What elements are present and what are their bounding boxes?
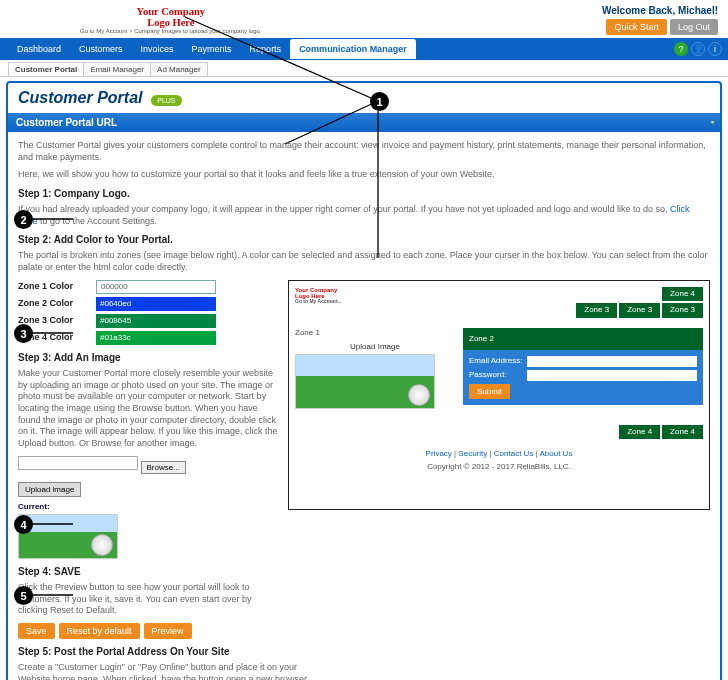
intro-1: The Customer Portal gives your customers… [18, 140, 710, 163]
preview-upload-label: Upload Image [295, 342, 455, 352]
preview-zone3-tab: Zone 3 [619, 303, 660, 317]
preview-footer-links: Privacy | Security | Contact Us | About … [295, 449, 703, 459]
step1-title: Step 1: Company Logo. [18, 187, 710, 200]
reset-button[interactable]: Reset by default [59, 623, 140, 639]
preview-link-security[interactable]: Security [458, 449, 487, 458]
nav-customers[interactable]: Customers [70, 39, 132, 59]
zone2-color-swatch[interactable]: #0640ed [96, 297, 216, 311]
welcome-text: Welcome Back, Michael! [602, 5, 718, 16]
zone3-color-swatch[interactable]: #008645 [96, 314, 216, 328]
company-logo-placeholder: Your Company Logo Here Go to My Account … [80, 6, 262, 35]
browse-button[interactable]: Browse... [141, 461, 186, 474]
section-header: Customer Portal URL ▪ [8, 113, 720, 132]
step1-text-1: If you had already uploaded your company… [18, 204, 670, 214]
preview-password-input[interactable] [527, 370, 697, 381]
page-title: Customer Portal [18, 89, 142, 107]
subtab-email-manager[interactable]: Email Manager [83, 62, 151, 76]
plus-badge: PLUS [151, 95, 181, 106]
step5-title: Step 5: Post the Portal Address On Your … [18, 645, 710, 658]
upload-image-button[interactable]: Upload image [18, 482, 81, 497]
preview-zone3-tab: Zone 3 [576, 303, 617, 317]
nav-invoices[interactable]: Invoices [132, 39, 183, 59]
step4-title: Step 4: SAVE [18, 565, 710, 578]
zone1-color-input[interactable] [96, 280, 216, 294]
preview-zone4-tab: Zone 4 [619, 425, 660, 439]
save-button[interactable]: Save [18, 623, 55, 639]
zone4-label: Zone 4 Color [18, 332, 90, 344]
preview-button[interactable]: Preview [144, 623, 192, 639]
main-nav: Dashboard Customers Invoices Payments Re… [0, 38, 728, 60]
portal-preview: Your CompanyLogo Here Go to My Account..… [288, 280, 710, 510]
step3-text: Make your Customer Portal more closely r… [18, 368, 278, 450]
collapse-icon[interactable]: ▪ [711, 117, 714, 127]
intro-2: Here, we will show you how to customize … [18, 169, 710, 181]
step2-text: The portal is broken into zones (see ima… [18, 250, 710, 273]
info-icon[interactable]: i [708, 42, 722, 56]
nav-payments[interactable]: Payments [183, 39, 241, 59]
preview-submit-button[interactable]: Submit [469, 384, 510, 399]
subtab-ad-manager[interactable]: Ad Manager [150, 62, 208, 76]
logo-subtext: Go to My Account > Company Images to upl… [80, 28, 262, 35]
nav-communication-manager[interactable]: Communication Manager [290, 39, 416, 59]
logo-text-2: Logo Here [80, 17, 262, 28]
quick-start-button[interactable]: Quick Start [606, 19, 667, 35]
subtab-customer-portal[interactable]: Customer Portal [8, 62, 84, 76]
current-label: Current: [18, 502, 278, 512]
preview-link-about[interactable]: About Us [539, 449, 572, 458]
preview-zone4-tab: Zone 4 [662, 425, 703, 439]
step1-text-2: to go to the Account Settings. [40, 216, 157, 226]
help-icon[interactable]: ? [674, 42, 688, 56]
zone4-color-swatch[interactable]: #01a33c [96, 331, 216, 345]
zone3-label: Zone 3 Color [18, 315, 90, 327]
step1-text: If you had already uploaded your company… [18, 204, 710, 227]
preview-zone3-tab: Zone 3 [662, 303, 703, 317]
preview-zone2: Zone 2 [463, 328, 703, 350]
preview-link-contact[interactable]: Contact Us [494, 449, 534, 458]
preview-login-form: Email Address: Password: Submit [463, 350, 703, 405]
step2-title: Step 2: Add Color to Your Portal. [18, 233, 710, 246]
step3-title: Step 3: Add An Image [18, 351, 278, 364]
preview-email-label: Email Address: [469, 356, 524, 366]
preview-zone4-top: Zone 4 [662, 287, 703, 301]
logout-button[interactable]: Log Out [670, 19, 718, 35]
zone2-label: Zone 2 Color [18, 298, 90, 310]
user-icon[interactable]: 👤 [691, 42, 705, 56]
nav-reports[interactable]: Reports [241, 39, 291, 59]
preview-link-privacy[interactable]: Privacy [426, 449, 452, 458]
current-image-thumb [18, 514, 118, 559]
step5-text: Create a "Customer Login" or "Pay Online… [18, 662, 318, 680]
logo-text-1: Your Company [80, 6, 262, 17]
step4-text: Click the Preview button to see how your… [18, 582, 278, 617]
zone1-label: Zone 1 Color [18, 281, 90, 293]
preview-zone1-label: Zone 1 [295, 328, 455, 338]
preview-copyright: Copyright © 2012 - 2017 ReliaBills, LLC. [295, 462, 703, 472]
preview-image [295, 354, 435, 409]
preview-password-label: Password: [469, 370, 524, 380]
preview-email-input[interactable] [527, 356, 697, 367]
nav-dashboard[interactable]: Dashboard [8, 39, 70, 59]
file-path-input[interactable] [18, 456, 138, 470]
preview-logo: Your CompanyLogo Here Go to My Account..… [295, 287, 342, 304]
subtabs: Customer Portal Email Manager Ad Manager [0, 60, 728, 77]
section-header-text: Customer Portal URL [16, 117, 117, 128]
